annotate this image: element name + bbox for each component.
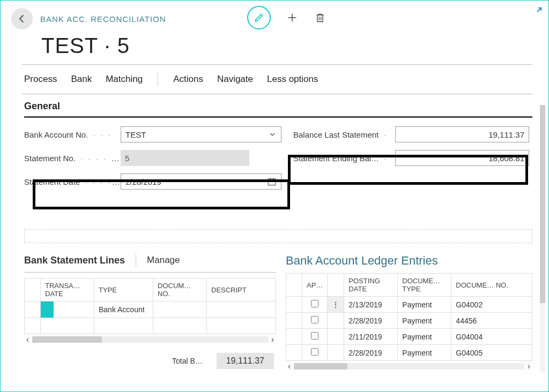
tab-less-options[interactable]: Less options xyxy=(267,74,318,85)
applied-checkbox[interactable] xyxy=(311,316,318,323)
statement-ending-input[interactable]: 18,608.81 xyxy=(395,150,529,166)
col-type[interactable]: TYPE xyxy=(94,278,153,301)
scroll-right-icon[interactable]: › xyxy=(271,335,274,344)
delete-button[interactable] xyxy=(314,11,327,24)
tab-process[interactable]: Process xyxy=(24,74,57,85)
plus-icon xyxy=(286,12,298,24)
expand-icon xyxy=(531,6,543,18)
expand-button[interactable] xyxy=(531,6,544,19)
new-button[interactable] xyxy=(286,11,299,24)
scroll-right-icon[interactable]: › xyxy=(528,361,530,371)
statement-lines-heading: Bank Statement Lines xyxy=(24,255,125,266)
tab-navigate[interactable]: Navigate xyxy=(217,74,253,85)
scroll-thumb[interactable] xyxy=(294,363,347,370)
tab-matching[interactable]: Matching xyxy=(106,74,143,85)
edit-button[interactable] xyxy=(247,6,271,29)
arrow-left-icon xyxy=(17,13,27,24)
action-bar: Process Bank Matching Actions Navigate L… xyxy=(1,65,548,94)
balance-last-value: 19,111.37 xyxy=(488,130,524,139)
divider xyxy=(22,94,532,94)
scroll-left-icon[interactable]: ‹ xyxy=(288,361,291,371)
statement-date-value: 2/28/2019 xyxy=(125,177,161,186)
general-fields: Bank Account No. · · · TEST Statement No… xyxy=(1,118,548,191)
trash-icon xyxy=(315,12,325,24)
table-row[interactable]: ⋮ 2/13/2019 Payment G04002 xyxy=(286,297,532,313)
col-posting-date[interactable]: POSTING DATE xyxy=(344,274,398,297)
applied-checkbox[interactable] xyxy=(311,332,318,340)
scroll-thumb[interactable] xyxy=(32,336,102,343)
ledger-heading: Bank Account Ledger Entries xyxy=(286,254,532,268)
statement-no-value: 5 xyxy=(121,150,249,166)
tab-bank[interactable]: Bank xyxy=(71,74,92,85)
manage-button[interactable]: Manage xyxy=(147,255,180,266)
bank-account-label: Bank Account No. · · · xyxy=(24,130,121,139)
selection-indicator xyxy=(41,301,54,318)
table-row[interactable]: 2/11/2019 Payment G04004 xyxy=(286,329,532,345)
section-general-heading: General xyxy=(24,101,532,114)
table-row[interactable]: 2/28/2019 Payment G04005 xyxy=(286,345,532,361)
v-scroll-thumb[interactable] xyxy=(540,105,545,303)
col-document-no[interactable]: DOCUM… NO. xyxy=(153,278,207,301)
table-row[interactable] xyxy=(25,318,276,334)
statement-ending-value: 18,608.81 xyxy=(488,154,524,163)
col-applied[interactable]: AP… xyxy=(302,274,328,297)
ledger-entries-panel: Bank Account Ledger Entries AP… POSTING … xyxy=(286,254,532,372)
panel-separator xyxy=(136,254,136,267)
statement-ending-label: Statement Ending Bal… · xyxy=(293,154,395,163)
statement-no-label: Statement No. · · · · · · · xyxy=(24,154,121,163)
bank-statement-lines-panel: Bank Statement Lines Manage TRANSA… DATE… xyxy=(24,254,276,372)
row-menu-button[interactable]: ⋮ xyxy=(328,297,344,313)
page-title: TEST · 5 xyxy=(41,34,548,58)
table-row[interactable]: 2/28/2019 Payment 44456 xyxy=(286,313,532,329)
bank-account-dropdown[interactable]: TEST xyxy=(121,126,281,142)
svg-rect-0 xyxy=(268,179,276,185)
col-blank xyxy=(286,274,302,297)
statement-date-input[interactable]: 2/28/2019 xyxy=(121,174,281,190)
bank-account-value: TEST xyxy=(125,130,146,139)
ledger-table: AP… POSTING DATE DOCUME… TYPE DOCUME… NO… xyxy=(286,273,532,361)
divider xyxy=(24,272,276,273)
table-row[interactable]: Bank Account xyxy=(25,301,276,318)
h-scrollbar-left[interactable]: ‹ › xyxy=(24,334,276,345)
statement-date-label: Statement Date · · · · · · xyxy=(24,177,121,186)
breadcrumb: BANK ACC. RECONCILIATION xyxy=(40,14,166,24)
tab-separator xyxy=(158,72,158,86)
tab-actions[interactable]: Actions xyxy=(173,74,203,85)
pencil-icon xyxy=(254,12,264,23)
balance-last-label: Balance Last Statement · xyxy=(293,130,395,139)
col-doc-no[interactable]: DOCUME… NO. xyxy=(451,274,532,297)
calendar-icon[interactable] xyxy=(267,177,277,186)
statement-lines-table: TRANSA… DATE TYPE DOCUM… NO. DESCRIPT Ba… xyxy=(24,278,276,334)
chevron-down-icon xyxy=(268,130,277,139)
back-button[interactable] xyxy=(11,8,33,29)
applied-checkbox[interactable] xyxy=(311,300,318,307)
dashed-placeholder xyxy=(24,229,532,243)
total-balance-label: Total B… xyxy=(172,357,203,365)
col-menu xyxy=(328,274,344,297)
row1-type[interactable]: Bank Account xyxy=(94,301,153,318)
col-description[interactable]: DESCRIPT xyxy=(207,278,276,301)
h-scrollbar-right[interactable]: ‹ › xyxy=(286,361,532,372)
balance-last-input[interactable]: 19,111.37 xyxy=(395,126,529,142)
applied-checkbox[interactable] xyxy=(311,348,318,356)
total-balance-value: 19,111.37 xyxy=(217,353,274,369)
col-blank xyxy=(25,278,41,301)
scroll-left-icon[interactable]: ‹ xyxy=(26,335,29,344)
v-scrollbar[interactable] xyxy=(540,105,545,373)
col-doc-type[interactable]: DOCUME… TYPE xyxy=(398,274,451,297)
col-transaction-date[interactable]: TRANSA… DATE xyxy=(41,278,94,301)
